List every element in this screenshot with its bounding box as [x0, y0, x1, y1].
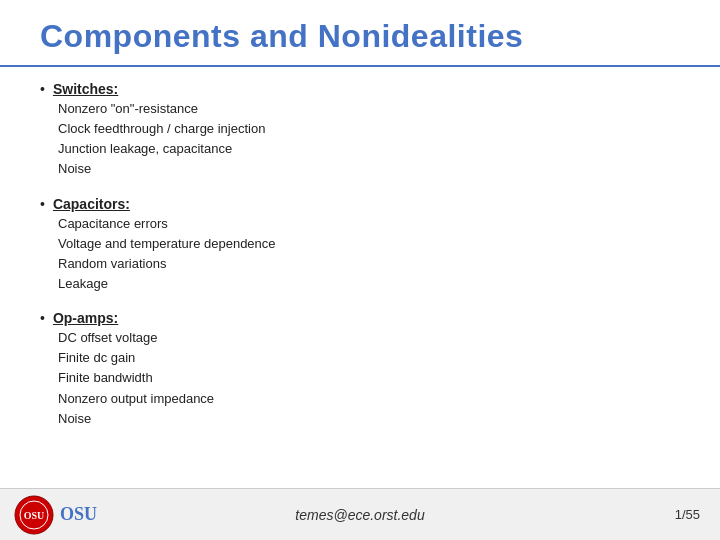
section-opamps-items: DC offset voltage Finite dc gain Finite … [58, 328, 680, 429]
svg-text:OSU: OSU [24, 510, 45, 521]
slide-footer: OSU OSU temes@ece.orst.edu 1/55 [0, 488, 720, 540]
opamps-item-4: Nonzero output impedance [58, 389, 680, 409]
capacitors-item-2: Voltage and temperature dependence [58, 234, 680, 254]
switches-item-1: Nonzero "on"-resistance [58, 99, 680, 119]
section-switches-items: Nonzero "on"-resistance Clock feedthroug… [58, 99, 680, 180]
section-opamps-header: • Op-amps: [40, 310, 680, 326]
switches-item-3: Junction leakage, capacitance [58, 139, 680, 159]
section-capacitors-header: • Capacitors: [40, 196, 680, 212]
opamps-item-3: Finite bandwidth [58, 368, 680, 388]
content-area: • Switches: Nonzero "on"-resistance Cloc… [0, 67, 720, 429]
slide-title: Components and Nonidealities [40, 18, 680, 55]
slide: Components and Nonidealities • Switches:… [0, 0, 720, 540]
osu-seal-icon: OSU [14, 495, 54, 535]
switches-item-2: Clock feedthrough / charge injection [58, 119, 680, 139]
opamps-item-2: Finite dc gain [58, 348, 680, 368]
capacitors-item-1: Capacitance errors [58, 214, 680, 234]
section-switches-header: • Switches: [40, 81, 680, 97]
section-capacitors-items: Capacitance errors Voltage and temperatu… [58, 214, 680, 295]
switches-item-4: Noise [58, 159, 680, 179]
footer-email: temes@ece.orst.edu [295, 507, 424, 523]
opamps-item-1: DC offset voltage [58, 328, 680, 348]
capacitors-item-3: Random variations [58, 254, 680, 274]
footer-page-number: 1/55 [675, 507, 700, 522]
section-capacitors-title: Capacitors: [53, 196, 130, 212]
section-opamps-title: Op-amps: [53, 310, 118, 326]
section-capacitors: • Capacitors: Capacitance errors Voltage… [40, 196, 680, 295]
bullet-opamps: • [40, 310, 45, 326]
osu-logo: OSU OSU [14, 495, 97, 535]
capacitors-item-4: Leakage [58, 274, 680, 294]
section-opamps: • Op-amps: DC offset voltage Finite dc g… [40, 310, 680, 429]
opamps-item-5: Noise [58, 409, 680, 429]
bullet-capacitors: • [40, 196, 45, 212]
osu-text-label: OSU [60, 504, 97, 525]
title-area: Components and Nonidealities [0, 0, 720, 67]
section-switches-title: Switches: [53, 81, 118, 97]
section-switches: • Switches: Nonzero "on"-resistance Cloc… [40, 81, 680, 180]
bullet-switches: • [40, 81, 45, 97]
